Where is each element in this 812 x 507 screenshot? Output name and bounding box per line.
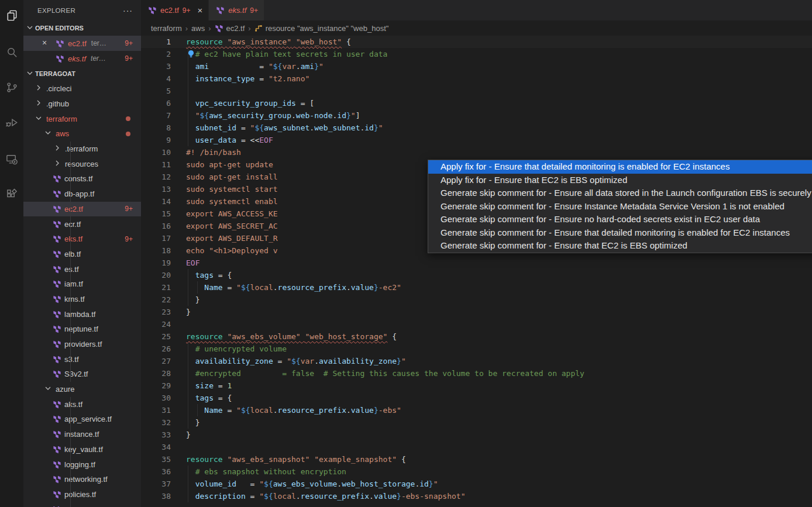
- close-tab-icon[interactable]: ×: [197, 5, 202, 15]
- activity-remote-explorer-icon[interactable]: [0, 150, 23, 168]
- tree-item-s3.tf[interactable]: s3.tf: [23, 351, 141, 367]
- workspace-section-header[interactable]: TERRAGOAT: [23, 66, 141, 81]
- code-line-3[interactable]: 3 ami = "${var.ami}": [141, 60, 812, 73]
- tree-item-azure[interactable]: azure: [23, 382, 141, 397]
- tree-item-consts.tf[interactable]: consts.tf: [23, 171, 141, 187]
- code-action-item[interactable]: Generate skip comment for - Ensure that …: [428, 239, 812, 253]
- code-line-33[interactable]: 33}: [141, 429, 812, 441]
- activity-run-debug-icon[interactable]: [0, 113, 23, 132]
- open-editor-ec2.tf[interactable]: ×ec2.tfter…9+: [23, 36, 141, 51]
- indent-guide: [188, 367, 188, 380]
- code-line-36[interactable]: 36 # ebs snapshot without encryption: [141, 465, 812, 478]
- open-editor-eks.tf[interactable]: eks.tfter…9+: [23, 51, 141, 66]
- code-line-30[interactable]: 30 tags = {: [141, 392, 812, 404]
- close-editor-icon[interactable]: ×: [40, 38, 49, 47]
- tree-item-ecr.tf[interactable]: ecr.tf: [23, 216, 141, 232]
- tree-item-terraform[interactable]: terraform: [23, 111, 141, 126]
- activity-extensions-icon[interactable]: [0, 185, 23, 204]
- activity-search-icon[interactable]: [0, 43, 23, 61]
- open-editors-section-header[interactable]: OPEN EDITORS: [23, 20, 141, 36]
- code-action-item[interactable]: Generate skip comment for - Ensure all d…: [428, 187, 812, 200]
- code-line-21[interactable]: 21 Name = "${local.resource_prefix.value…: [141, 281, 812, 294]
- tree-item-.terraform[interactable]: .terraform: [23, 142, 141, 157]
- code-line-31[interactable]: 31 Name = "${local.resource_prefix.value…: [141, 404, 812, 416]
- tree-item-providers.tf[interactable]: providers.tf: [23, 337, 141, 352]
- code-line-28[interactable]: 28 #encrypted = false # Setting this cau…: [141, 367, 812, 380]
- tree-item-es.tf[interactable]: es.tf: [23, 261, 141, 277]
- tree-item-aks.tf[interactable]: aks.tf: [23, 396, 141, 412]
- tree-item-logging.tf[interactable]: logging.tf: [23, 457, 141, 472]
- code-line-35[interactable]: 35resource "aws_ebs_snapshot" "example_s…: [141, 453, 812, 465]
- breadcrumb-item[interactable]: ec2.tf: [215, 24, 245, 33]
- code-line-5[interactable]: 5: [141, 85, 812, 97]
- code-line-8[interactable]: 8 subnet_id = "${aws_subnet.web_subnet.i…: [141, 122, 812, 134]
- code-line-29[interactable]: 29 size = 1: [141, 380, 812, 392]
- tree-item-.circleci[interactable]: .circleci: [23, 81, 141, 96]
- tree-item-aws[interactable]: aws: [23, 126, 141, 142]
- breadcrumb-item[interactable]: aws: [191, 24, 205, 33]
- code-line-9[interactable]: 9 user_data = <<EOF: [141, 134, 812, 146]
- tree-item-elb.tf[interactable]: elb.tf: [23, 247, 141, 262]
- code-action-item[interactable]: Apply fix for - Ensure that EC2 is EBS o…: [428, 174, 812, 187]
- tree-item-iam.tf[interactable]: iam.tf: [23, 277, 141, 292]
- tree-item-neptune.tf[interactable]: neptune.tf: [23, 322, 141, 337]
- code-action-item[interactable]: Generate skip comment for - Ensure no ha…: [428, 213, 812, 226]
- tree-item-key_vault.tf[interactable]: key_vault.tf: [23, 442, 141, 457]
- tree-item-networking.tf[interactable]: networking.tf: [23, 472, 141, 487]
- code-line-7[interactable]: 7 "${aws_security_group.web-node.id}"]: [141, 109, 812, 122]
- code-action-item[interactable]: Apply fix for - Ensure that detailed mon…: [428, 160, 812, 174]
- indent-guide: [188, 109, 188, 122]
- code-line-6[interactable]: 6 vpc_security_group_ids = [: [141, 97, 812, 109]
- code-line-38[interactable]: 38 description = "${local.resource_prefi…: [141, 490, 812, 502]
- code-line-20[interactable]: 20 tags = {: [141, 269, 812, 281]
- tree-item-policies.tf[interactable]: policies.tf: [23, 487, 141, 502]
- line-number: 15: [141, 208, 171, 220]
- code-line-19[interactable]: 19EOF: [141, 257, 812, 269]
- terraform-file-icon: [56, 39, 64, 48]
- tree-item-db-app.tf[interactable]: db-app.tf: [23, 187, 141, 202]
- terraform-file-icon: [53, 310, 61, 319]
- tree-item-ec2.tf[interactable]: ec2.tf9+: [23, 202, 141, 217]
- code-line-23[interactable]: 23}: [141, 306, 812, 318]
- code-line-24[interactable]: 24: [141, 318, 812, 330]
- activity-explorer-icon[interactable]: [0, 6, 23, 25]
- tree-item-label: iam.tf: [64, 280, 83, 288]
- tree-indent-guide: [70, 142, 71, 382]
- code-line-1[interactable]: 1resource "aws_instance" "web_host" {: [141, 36, 812, 48]
- indent-guide: [188, 134, 188, 146]
- code-line-34[interactable]: 34: [141, 441, 812, 453]
- code-line-37[interactable]: 37 volume_id = "${aws_ebs_volume.web_hos…: [141, 478, 812, 490]
- terraform-file-icon: [148, 6, 157, 15]
- activity-source-control-icon[interactable]: [0, 78, 23, 96]
- tree-item-.github[interactable]: .github: [23, 96, 141, 112]
- code-line-22[interactable]: 22 }: [141, 294, 812, 306]
- line-number: 21: [141, 281, 171, 294]
- explorer-more-actions-icon[interactable]: ···: [123, 6, 133, 15]
- code-line-2[interactable]: 2 # ec2 have plain text secrets in user …: [141, 48, 812, 60]
- tree-item-partial[interactable]: [23, 502, 141, 507]
- problems-badge: 9+: [125, 54, 133, 63]
- code-line-27[interactable]: 27 availability_zone = "${var.availabili…: [141, 355, 812, 367]
- code-line-26[interactable]: 26 # unencrypted volume: [141, 343, 812, 355]
- tree-item-instance.tf[interactable]: instance.tf: [23, 427, 141, 442]
- code-line-4[interactable]: 4 instance_type = "t2.nano": [141, 73, 812, 85]
- code-action-item[interactable]: Generate skip comment for - Ensure that …: [428, 226, 812, 240]
- tab-eks.tf[interactable]: eks.tf9+: [209, 0, 264, 20]
- code-action-item[interactable]: Generate skip comment for - Ensure Insta…: [428, 200, 812, 213]
- tab-ec2.tf[interactable]: ec2.tf9+×: [141, 0, 209, 20]
- tree-item-eks.tf[interactable]: eks.tf9+: [23, 232, 141, 247]
- code-line-10[interactable]: 10#! /bin/bash: [141, 146, 812, 158]
- breadcrumb-item[interactable]: terraform: [151, 24, 182, 33]
- code-line-32[interactable]: 32 }: [141, 416, 812, 429]
- tab-label: ec2.tf: [160, 6, 179, 15]
- tree-item-resources[interactable]: resources: [23, 156, 141, 171]
- tree-item-S3v2.tf[interactable]: S3v2.tf: [23, 367, 141, 382]
- breadcrumb-item[interactable]: resource "aws_instance" "web_host": [254, 24, 389, 33]
- code-line-25[interactable]: 25resource "aws_ebs_volume" "web_host_st…: [141, 330, 812, 343]
- tree-item-kms.tf[interactable]: kms.tf: [23, 292, 141, 307]
- tree-item-lambda.tf[interactable]: lambda.tf: [23, 306, 141, 322]
- terraform-file-icon: [53, 370, 61, 378]
- open-editors-label: OPEN EDITORS: [35, 25, 84, 32]
- lightbulb-fix-icon[interactable]: [187, 50, 195, 58]
- tree-item-app_service.tf[interactable]: app_service.tf: [23, 412, 141, 427]
